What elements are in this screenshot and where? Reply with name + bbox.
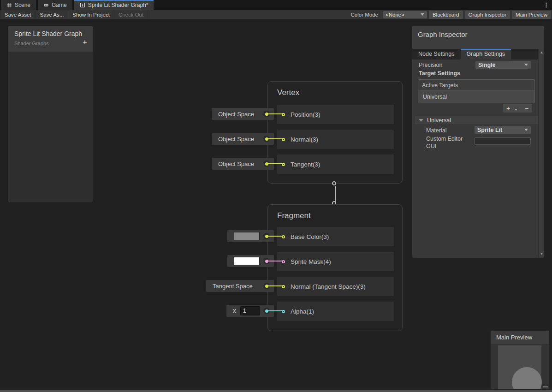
normal-port[interactable]: [282, 138, 285, 141]
edge-position: [268, 113, 282, 114]
edge-alpha: [268, 310, 282, 311]
tab-game[interactable]: Game: [38, 0, 72, 10]
game-gamepad-icon: [43, 2, 49, 8]
window-more-menu-icon[interactable]: ⋮: [543, 0, 549, 10]
edge-normal-ts: [268, 285, 282, 286]
target-add-remove-bar: + −: [503, 104, 532, 113]
tab-graph-settings[interactable]: Graph Settings: [461, 49, 511, 59]
toolbar-right-group: Color Mode <None> Blackboard Graph Inspe…: [348, 10, 552, 19]
blackboard-header[interactable]: Sprite Lit Shader Graph Shader Graphs +: [8, 26, 93, 52]
toolbar-left-group: Save Asset Save As... Show In Project Ch…: [0, 10, 148, 19]
tangent-space-widget[interactable]: Object Space: [212, 158, 274, 170]
preview-resize-grip[interactable]: [543, 386, 548, 387]
foldout-triangle-icon: [419, 119, 423, 122]
fragment-slot-alpha: Alpha(1): [277, 302, 394, 321]
graph-inspector-title: Graph Inspector: [418, 30, 468, 38]
inspector-scrollbar[interactable]: ▲ ▼: [538, 49, 544, 258]
universal-foldout[interactable]: Universal: [415, 116, 540, 124]
add-property-button[interactable]: +: [83, 38, 87, 47]
normal-space-label: Object Space: [218, 136, 254, 143]
tab-game-label: Game: [52, 2, 67, 8]
base-color-slot-label: Base Color(3): [291, 233, 329, 240]
custom-editor-gui-input[interactable]: [475, 137, 531, 145]
vertex-node[interactable]: Vertex Position(3) Normal(3) Tangent(3): [267, 81, 403, 184]
main-preview-panel: Main Preview: [490, 330, 550, 390]
custom-editor-gui-label: Custom Editor GUI: [426, 136, 472, 150]
active-targets-header: Active Targets: [418, 80, 534, 91]
save-as-button[interactable]: Save As...: [36, 10, 69, 19]
blackboard-panel: Sprite Lit Shader Graph Shader Graphs +: [7, 25, 93, 203]
chevron-down-icon: [524, 129, 528, 131]
precision-label: Precision: [419, 62, 442, 68]
material-dropdown[interactable]: Sprite Lit: [475, 126, 531, 134]
graph-toolbar: Save Asset Save As... Show In Project Ch…: [0, 10, 552, 19]
save-asset-button[interactable]: Save Asset: [0, 10, 36, 19]
alpha-port[interactable]: [282, 310, 285, 313]
edge-sprite-mask: [268, 261, 282, 261]
target-settings-header: Target Settings: [419, 70, 460, 77]
tab-shader-graph[interactable]: Sprite Lit Shader Graph*: [74, 0, 154, 10]
normal-slot-label: Normal(3): [291, 136, 318, 143]
tab-node-settings[interactable]: Node Settings: [412, 49, 461, 59]
vertex-out-connector[interactable]: [332, 181, 336, 185]
preview-sphere: [512, 367, 542, 390]
graph-inspector-panel: Graph Inspector Node Settings Graph Sett…: [412, 25, 545, 258]
fragment-node[interactable]: Fragment Base Color(3) Sprite Mask(4) No…: [267, 204, 403, 331]
position-space-label: Object Space: [218, 111, 254, 118]
vertex-node-title: Vertex: [277, 88, 299, 97]
tab-scene-label: Scene: [15, 2, 30, 8]
active-target-row[interactable]: Universal: [418, 91, 534, 103]
graph-inspector-toggle-button[interactable]: Graph Inspector: [465, 11, 510, 19]
base-color-swatch[interactable]: [234, 232, 260, 240]
check-out-button: Check Out: [114, 10, 148, 19]
add-target-caret-icon: [515, 109, 517, 111]
vertex-fragment-edge: [335, 186, 336, 202]
alpha-slot-label: Alpha(1): [291, 308, 314, 315]
tab-scene[interactable]: Scene: [1, 0, 36, 10]
normal-ts-space-widget[interactable]: Tangent Space: [206, 280, 274, 292]
edge-normal: [268, 138, 282, 139]
normal-ts-slot-label: Normal (Tangent Space)(3): [291, 283, 366, 290]
scroll-down-icon[interactable]: ▼: [539, 251, 545, 257]
material-value: Sprite Lit: [477, 127, 502, 133]
chevron-down-icon: [421, 13, 424, 16]
scene-grid-icon: [6, 2, 12, 8]
shader-graph-asset-icon: [80, 2, 85, 8]
add-target-button[interactable]: +: [506, 105, 510, 112]
preview-render-area: [498, 345, 541, 390]
universal-foldout-label: Universal: [427, 117, 451, 124]
position-port[interactable]: [282, 113, 285, 116]
show-in-project-button[interactable]: Show In Project: [68, 10, 114, 19]
blackboard-subtitle: Shader Graphs: [14, 41, 49, 46]
sprite-mask-slot-label: Sprite Mask(4): [291, 258, 331, 265]
blackboard-title: Sprite Lit Shader Graph: [14, 30, 82, 37]
main-preview-toggle-button[interactable]: Main Preview: [512, 11, 551, 19]
inspector-tab-strip: Node Settings Graph Settings: [412, 49, 544, 59]
material-label: Material: [426, 127, 446, 134]
fragment-slot-sprite-mask: Sprite Mask(4): [277, 252, 394, 271]
alpha-x-input[interactable]: [240, 306, 260, 315]
vertex-slot-position: Position(3): [277, 105, 394, 124]
graph-inspector-titlebar[interactable]: Graph Inspector: [412, 26, 544, 49]
fragment-node-title: Fragment: [277, 211, 311, 220]
blackboard-toggle-button[interactable]: Blackboard: [429, 11, 463, 19]
scroll-up-icon[interactable]: ▲: [539, 50, 545, 55]
alpha-x-label: X: [232, 308, 237, 315]
tangent-space-label: Object Space: [218, 160, 254, 167]
color-mode-dropdown[interactable]: <None>: [383, 11, 427, 18]
precision-dropdown[interactable]: Single: [475, 61, 531, 69]
sprite-mask-swatch[interactable]: [234, 257, 260, 265]
normal-space-widget[interactable]: Object Space: [212, 133, 274, 145]
remove-target-button[interactable]: −: [525, 105, 528, 112]
color-mode-label: Color Mode: [348, 12, 381, 18]
position-space-widget[interactable]: Object Space: [212, 108, 274, 120]
normal-ts-port[interactable]: [282, 285, 285, 288]
main-preview-title[interactable]: Main Preview: [491, 331, 549, 344]
tab-bar: Scene Game Sprite Lit Shader Graph* ⋮: [0, 0, 552, 10]
edge-base-color: [268, 236, 282, 237]
sprite-mask-port[interactable]: [282, 260, 285, 263]
base-color-port[interactable]: [282, 235, 285, 238]
tab-shader-graph-label: Sprite Lit Shader Graph*: [88, 2, 148, 8]
precision-value: Single: [478, 62, 496, 68]
tangent-port[interactable]: [282, 163, 285, 166]
